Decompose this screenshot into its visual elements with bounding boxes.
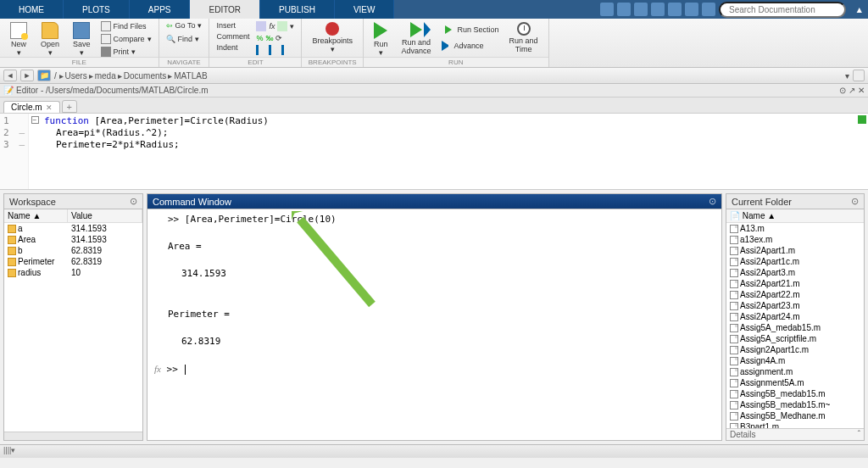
ws-col-value[interactable]: Value bbox=[68, 209, 142, 222]
file-row[interactable]: Assing5B_medab15.m~ bbox=[726, 399, 864, 410]
variable-icon bbox=[8, 247, 16, 255]
new-tab-button[interactable]: + bbox=[62, 100, 77, 113]
editor-title: Editor - /Users/meda/Documents/MATLAB/Ci… bbox=[16, 86, 209, 95]
dropdown-icon[interactable]: ▾ bbox=[845, 71, 849, 81]
run-time-button[interactable]: Run and Time bbox=[504, 20, 543, 55]
ws-row[interactable]: Area314.1593 bbox=[4, 234, 142, 245]
cursor bbox=[185, 365, 186, 375]
fx-icon[interactable]: fx bbox=[154, 364, 161, 374]
print-button[interactable]: Print ▾ bbox=[99, 46, 153, 58]
file-row[interactable]: assignment.m bbox=[726, 366, 864, 377]
file-tab-circle[interactable]: Circle.m✕ bbox=[3, 101, 60, 113]
ws-row[interactable]: Perimeter62.8319 bbox=[4, 256, 142, 267]
folder-up-button[interactable]: 📁 bbox=[37, 70, 51, 81]
browse-folder-button[interactable] bbox=[853, 70, 865, 81]
tab-publish[interactable]: PUBLISH bbox=[260, 0, 335, 19]
workspace-title: Workspace bbox=[9, 197, 56, 207]
comment-button[interactable]: Comment bbox=[214, 31, 251, 42]
fold-icon[interactable]: − bbox=[31, 116, 39, 124]
ws-row[interactable]: radius10 bbox=[4, 267, 142, 278]
mfile-icon bbox=[730, 280, 738, 288]
status-busy-icon: |||| bbox=[3, 446, 11, 454]
file-row[interactable]: Assi2Apart21.m bbox=[726, 278, 864, 289]
breadcrumb[interactable]: / ▸ Users▸ meda▸ Documents▸ MATLAB bbox=[54, 71, 208, 81]
run-button[interactable]: Run▾ bbox=[369, 20, 393, 58]
qat-icon[interactable] bbox=[668, 3, 682, 16]
tab-editor[interactable]: EDITOR bbox=[190, 0, 260, 19]
file-row[interactable]: a13ex.m bbox=[726, 234, 864, 245]
file-row[interactable]: A13.m bbox=[726, 223, 864, 234]
mfile-icon bbox=[730, 401, 738, 410]
pane-menu-icon[interactable]: ⊙ bbox=[130, 196, 137, 207]
file-row[interactable]: Assig5A_medab15.m bbox=[726, 322, 864, 333]
indent-toggle-button[interactable] bbox=[254, 44, 296, 56]
pane-menu-icon[interactable]: ⊙ bbox=[851, 196, 859, 207]
minimize-ribbon-icon[interactable]: ▴ bbox=[851, 0, 868, 19]
back-button[interactable]: ◄ bbox=[3, 70, 17, 81]
editor-close-icon[interactable]: ✕ bbox=[858, 86, 865, 95]
file-row[interactable]: Assig5A_scriptfile.m bbox=[726, 333, 864, 344]
editor-restore-icon[interactable]: ↗ bbox=[849, 86, 855, 95]
help-icon[interactable] bbox=[702, 3, 715, 16]
mfile-icon bbox=[730, 423, 738, 429]
expand-details-icon[interactable]: ˆ bbox=[858, 430, 860, 439]
group-label: NAVIGATE bbox=[159, 57, 209, 67]
new-button[interactable]: New▾ bbox=[5, 20, 32, 58]
ws-row[interactable]: a314.1593 bbox=[4, 223, 142, 234]
code-editor[interactable]: 1 2– 3– − function [Area,Perimeter]=Circ… bbox=[0, 114, 868, 190]
file-row[interactable]: Assi2Apart22.m bbox=[726, 289, 864, 300]
forward-button[interactable]: ► bbox=[20, 70, 34, 81]
command-window[interactable]: >> [Area,Perimeter]=Circle(10) Area = 31… bbox=[147, 209, 721, 440]
run-advance-button[interactable]: Run and Advance bbox=[397, 20, 437, 57]
tab-apps[interactable]: APPS bbox=[130, 0, 191, 19]
file-row[interactable]: Assi2Apart24.m bbox=[726, 311, 864, 322]
find-button[interactable]: 🔍 Find ▾ bbox=[164, 34, 204, 44]
file-row[interactable]: B3part1.m bbox=[726, 421, 864, 428]
advance-button[interactable]: Advance bbox=[440, 40, 501, 52]
file-row[interactable]: Assi2Apart3.m bbox=[726, 267, 864, 278]
code-analyzer-indicator[interactable] bbox=[858, 115, 866, 124]
cf-col-name[interactable]: 📄 Name ▲ bbox=[726, 209, 864, 222]
group-label: FILE bbox=[0, 57, 159, 67]
indent-button[interactable]: Indent bbox=[214, 42, 251, 53]
qat-icon[interactable] bbox=[634, 3, 648, 16]
insert-section-button[interactable]: fx ▾ bbox=[254, 20, 296, 32]
qat-icon[interactable] bbox=[617, 3, 631, 16]
goto-button[interactable]: ⇦ Go To ▾ bbox=[164, 20, 204, 31]
insert-button[interactable]: Insert bbox=[214, 20, 251, 31]
group-label: RUN bbox=[364, 57, 548, 67]
file-row[interactable]: Assing5B_Medhane.m bbox=[726, 410, 864, 421]
search-input[interactable] bbox=[719, 2, 846, 18]
file-row[interactable]: Assing5B_medab15.m bbox=[726, 388, 864, 399]
qat-icon[interactable] bbox=[685, 3, 698, 16]
mfile-icon bbox=[730, 269, 738, 277]
pane-menu-icon[interactable]: ⊙ bbox=[709, 196, 716, 207]
ws-col-name[interactable]: Name ▲ bbox=[4, 209, 68, 222]
comment-toggle-button[interactable]: % ‰ ⟳ bbox=[254, 33, 296, 43]
find-files-button[interactable]: Find Files bbox=[99, 20, 153, 32]
mfile-icon bbox=[730, 335, 738, 343]
details-label[interactable]: Details bbox=[730, 430, 756, 439]
file-row[interactable]: Assi2Apart23.m bbox=[726, 300, 864, 311]
file-row[interactable]: Assi2Apart1c.m bbox=[726, 256, 864, 267]
qat-icon[interactable] bbox=[651, 3, 665, 16]
tab-view[interactable]: VIEW bbox=[335, 0, 395, 19]
breakpoints-button[interactable]: Breakpoints▾ bbox=[307, 20, 358, 55]
open-button[interactable]: Open▾ bbox=[36, 20, 64, 58]
tab-plots[interactable]: PLOTS bbox=[64, 0, 130, 19]
run-section-button[interactable]: Run Section bbox=[440, 20, 501, 39]
qat-icon[interactable] bbox=[600, 3, 614, 16]
variable-icon bbox=[8, 225, 16, 233]
tab-home[interactable]: HOME bbox=[0, 0, 64, 19]
variable-icon bbox=[8, 236, 16, 244]
close-tab-icon[interactable]: ✕ bbox=[46, 103, 53, 112]
file-row[interactable]: Assignment5A.m bbox=[726, 377, 864, 388]
file-row[interactable]: Assign4A.m bbox=[726, 355, 864, 366]
file-row[interactable]: Assign2Apart1c.m bbox=[726, 344, 864, 355]
h-scrollbar[interactable] bbox=[4, 432, 142, 440]
file-row[interactable]: Assi2Apart1.m bbox=[726, 245, 864, 256]
editor-menu-icon[interactable]: ⊙ bbox=[839, 86, 846, 95]
compare-button[interactable]: Compare ▾ bbox=[99, 33, 153, 45]
save-button[interactable]: Save▾ bbox=[68, 20, 96, 58]
ws-row[interactable]: b62.8319 bbox=[4, 245, 142, 256]
